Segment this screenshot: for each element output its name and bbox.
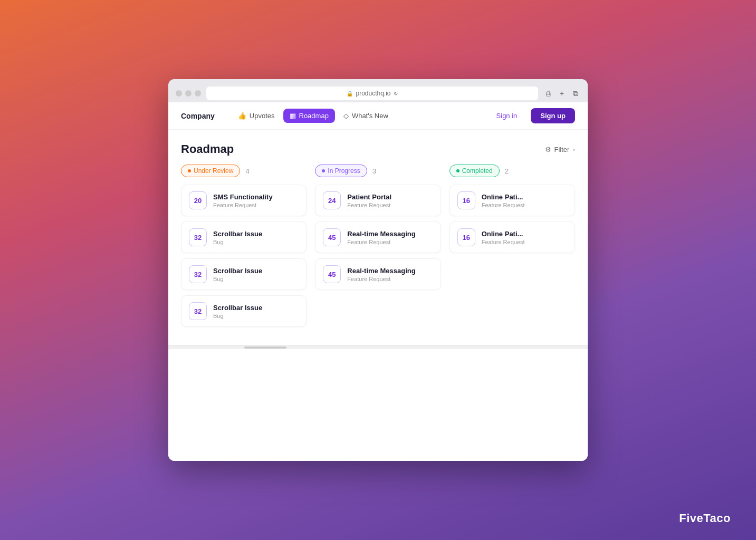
badge-dot-completed	[456, 169, 460, 172]
card-info-in-progress-2: Real-time MessagingFeature Request	[347, 267, 433, 282]
kanban-board: Under Review420SMS FunctionalityFeature …	[168, 165, 588, 345]
column-badge-in-progress[interactable]: In Progress	[315, 165, 367, 177]
page-title: Roadmap	[181, 142, 234, 156]
bottom-scrollbar[interactable]	[168, 345, 588, 349]
address-bar[interactable]: 🔒 producthq.io ↻	[206, 86, 538, 100]
whats-new-icon: ◇	[343, 112, 349, 120]
badge-label-under-review: Under Review	[194, 167, 233, 175]
nav-whats-new[interactable]: ◇ What's New	[337, 109, 395, 123]
column-header-in-progress: In Progress3	[315, 165, 441, 177]
card-title-under-review-1: Scrollbar Issue	[213, 230, 299, 238]
column-in-progress: In Progress324Patient PortalFeature Requ…	[315, 165, 441, 332]
vote-box-in-progress-0: 24	[323, 191, 341, 209]
nav-links: 👍 Upvotes ▦ Roadmap ◇ What's New	[232, 109, 475, 123]
card-title-under-review-3: Scrollbar Issue	[213, 304, 299, 312]
card-title-completed-0: Online Pati...	[482, 193, 567, 201]
nav-upvotes[interactable]: 👍 Upvotes	[232, 109, 281, 123]
card-under-review-3[interactable]: 32Scrollbar IssueBug	[181, 295, 307, 327]
browser-dot-3	[195, 90, 201, 97]
url-text: producthq.io	[356, 90, 390, 97]
page-header: Roadmap ⚙ Filter ◦	[168, 130, 588, 165]
nav-logo: Company	[181, 112, 215, 120]
vote-box-in-progress-1: 45	[323, 228, 341, 246]
card-title-in-progress-1: Real-time Messaging	[347, 230, 433, 238]
nav-upvotes-label: Upvotes	[250, 112, 275, 120]
signin-button[interactable]: Sign in	[488, 108, 526, 123]
filter-settings-icon: ◦	[572, 146, 575, 153]
vote-box-under-review-1: 32	[189, 228, 207, 246]
card-tag-under-review-2: Bug	[213, 276, 299, 282]
signup-button[interactable]: Sign up	[531, 108, 575, 123]
browser-chrome: 🔒 producthq.io ↻ ⎙ + ⧉	[168, 79, 588, 102]
column-header-under-review: Under Review4	[181, 165, 307, 177]
card-info-in-progress-1: Real-time MessagingFeature Request	[347, 230, 433, 245]
add-tab-icon[interactable]: +	[557, 89, 567, 98]
nav-whats-new-label: What's New	[352, 112, 388, 120]
vote-box-completed-0: 16	[457, 191, 475, 209]
column-count-in-progress: 3	[372, 167, 376, 175]
scrollbar-thumb	[244, 346, 286, 349]
browser-dot-2	[185, 90, 192, 97]
badge-label-in-progress: In Progress	[328, 167, 360, 175]
card-tag-completed-0: Feature Request	[482, 202, 567, 208]
column-badge-completed[interactable]: Completed	[449, 165, 500, 177]
nav-bar: Company 👍 Upvotes ▦ Roadmap ◇ What's New…	[168, 102, 588, 130]
app-content: Company 👍 Upvotes ▦ Roadmap ◇ What's New…	[168, 102, 588, 461]
card-title-under-review-0: SMS Functionality	[213, 193, 299, 201]
card-title-in-progress-2: Real-time Messaging	[347, 267, 433, 275]
copy-icon[interactable]: ⧉	[571, 89, 580, 98]
lock-icon: 🔒	[347, 91, 353, 97]
vote-box-under-review-0: 20	[189, 191, 207, 209]
card-info-under-review-2: Scrollbar IssueBug	[213, 267, 299, 282]
card-tag-in-progress-2: Feature Request	[347, 276, 433, 282]
nav-roadmap[interactable]: ▦ Roadmap	[283, 109, 335, 123]
card-tag-in-progress-0: Feature Request	[347, 202, 433, 208]
column-badge-under-review[interactable]: Under Review	[181, 165, 240, 177]
filter-label: Filter	[554, 146, 570, 153]
nav-auth: Sign in Sign up	[488, 108, 575, 123]
badge-dot-under-review	[188, 169, 191, 172]
card-completed-1[interactable]: 16Online Pati...Feature Request	[449, 221, 575, 253]
nav-roadmap-label: Roadmap	[299, 112, 329, 120]
badge-label-completed: Completed	[462, 167, 493, 175]
card-info-completed-1: Online Pati...Feature Request	[482, 230, 567, 245]
browser-dots	[176, 90, 201, 97]
browser-actions: ⎙ + ⧉	[543, 89, 580, 98]
card-under-review-2[interactable]: 32Scrollbar IssueBug	[181, 258, 307, 290]
brand-watermark: FiveTaco	[679, 512, 731, 525]
column-count-completed: 2	[505, 167, 509, 175]
badge-dot-in-progress	[322, 169, 325, 172]
roadmap-icon: ▦	[290, 112, 296, 120]
share-icon[interactable]: ⎙	[543, 89, 553, 98]
filter-button[interactable]: ⚙ Filter ◦	[545, 146, 576, 153]
card-in-progress-0[interactable]: 24Patient PortalFeature Request	[315, 185, 441, 216]
card-under-review-1[interactable]: 32Scrollbar IssueBug	[181, 221, 307, 253]
vote-box-under-review-3: 32	[189, 302, 207, 320]
vote-box-under-review-2: 32	[189, 265, 207, 283]
card-tag-under-review-3: Bug	[213, 313, 299, 319]
column-completed: Completed216Online Pati...Feature Reques…	[449, 165, 575, 332]
card-in-progress-1[interactable]: 45Real-time MessagingFeature Request	[315, 221, 441, 253]
vote-box-in-progress-2: 45	[323, 265, 341, 283]
card-title-in-progress-0: Patient Portal	[347, 193, 433, 201]
card-info-completed-0: Online Pati...Feature Request	[482, 193, 567, 208]
column-count-under-review: 4	[245, 167, 249, 175]
card-info-under-review-0: SMS FunctionalityFeature Request	[213, 193, 299, 208]
card-in-progress-2[interactable]: 45Real-time MessagingFeature Request	[315, 258, 441, 290]
card-title-completed-1: Online Pati...	[482, 230, 567, 238]
card-title-under-review-2: Scrollbar Issue	[213, 267, 299, 275]
card-tag-under-review-0: Feature Request	[213, 202, 299, 208]
card-info-in-progress-0: Patient PortalFeature Request	[347, 193, 433, 208]
card-info-under-review-3: Scrollbar IssueBug	[213, 304, 299, 319]
vote-box-completed-1: 16	[457, 228, 475, 246]
refresh-icon: ↻	[394, 91, 398, 97]
browser-wrapper: 🔒 producthq.io ↻ ⎙ + ⧉ Company 👍 Upvotes…	[168, 79, 588, 461]
card-under-review-0[interactable]: 20SMS FunctionalityFeature Request	[181, 185, 307, 216]
column-header-completed: Completed2	[449, 165, 575, 177]
card-tag-under-review-1: Bug	[213, 239, 299, 245]
filter-icon: ⚙	[545, 146, 551, 153]
card-completed-0[interactable]: 16Online Pati...Feature Request	[449, 185, 575, 216]
card-info-under-review-1: Scrollbar IssueBug	[213, 230, 299, 245]
browser-dot-1	[176, 90, 182, 97]
column-under-review: Under Review420SMS FunctionalityFeature …	[181, 165, 307, 332]
